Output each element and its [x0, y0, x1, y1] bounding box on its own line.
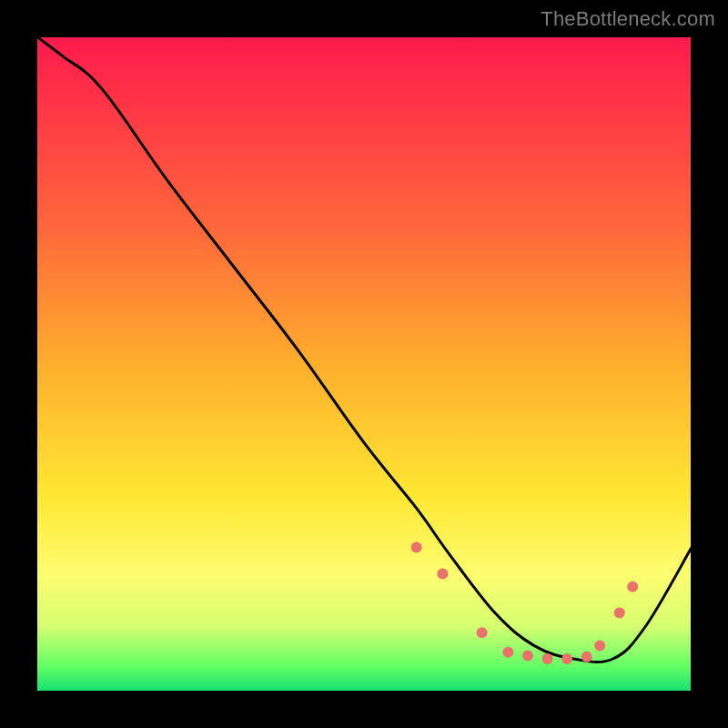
data-point [581, 652, 592, 662]
data-point [411, 542, 422, 553]
data-point [561, 653, 572, 664]
data-point [502, 647, 513, 658]
data-point [437, 568, 448, 579]
curve-line [36, 36, 692, 662]
data-point [477, 627, 488, 638]
watermark-text: TheBottleneck.com [541, 7, 715, 31]
data-point [614, 608, 625, 619]
data-point [542, 653, 553, 664]
plot-svg [36, 36, 692, 692]
data-point [522, 650, 533, 661]
data-point [594, 641, 605, 652]
chart-frame: TheBottleneck.com [0, 0, 728, 728]
plot-area [36, 36, 692, 692]
data-point [627, 581, 638, 592]
